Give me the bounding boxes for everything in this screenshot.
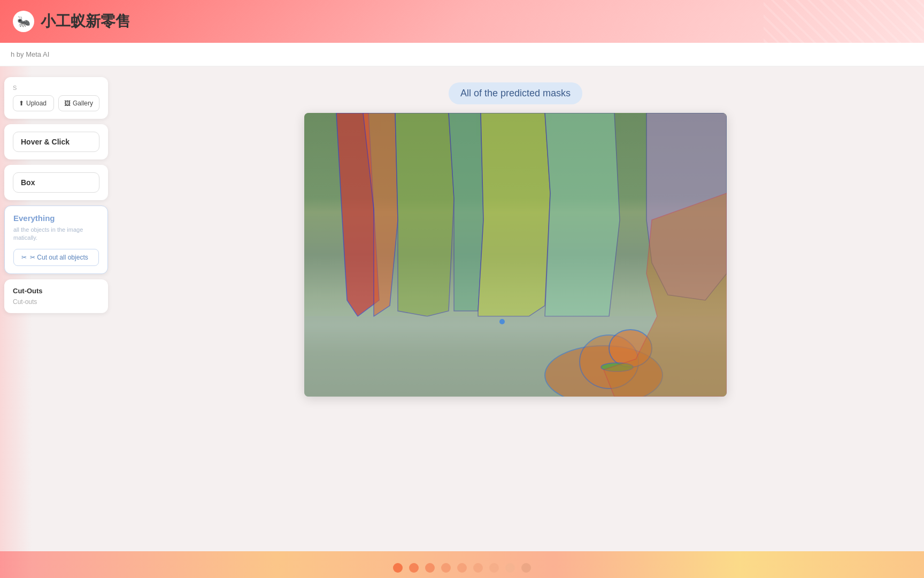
header: 🐜 小工蚁新零售 — [0, 0, 924, 43]
hover-click-button[interactable]: Hover & Click — [13, 132, 99, 152]
gallery-button[interactable]: 🖼 Gallery — [58, 95, 99, 111]
main-area: s ⬆ Upload 🖼 Gallery Hover & Click Box E… — [0, 66, 924, 578]
upload-label: Upload — [26, 100, 47, 107]
everything-card: Everything all the objects in the image … — [4, 206, 108, 274]
cutouts-card: Cut-Outs Cut-outs — [4, 279, 108, 313]
sidebar: s ⬆ Upload 🖼 Gallery Hover & Click Box E… — [0, 77, 112, 313]
logo-icon: 🐜 — [13, 11, 34, 32]
everything-desc: all the objects in the image matically. — [13, 226, 99, 242]
cutout-all-button[interactable]: ✂ ✂ Cut out all objects — [13, 249, 99, 266]
upload-row: ⬆ Upload 🖼 Gallery — [13, 95, 99, 111]
bottom-bar-decoration — [0, 551, 924, 578]
subnav-left-text: h by Meta AI — [11, 50, 49, 58]
logo-emoji: 🐜 — [17, 15, 30, 28]
images-label: s — [13, 85, 99, 91]
header-decoration — [764, 0, 924, 43]
segmentation-image — [304, 113, 727, 397]
box-button[interactable]: Box — [13, 172, 99, 193]
svg-point-6 — [499, 319, 505, 324]
image-background — [304, 113, 727, 397]
subnav: h by Meta AI — [0, 43, 924, 66]
hover-click-card[interactable]: Hover & Click — [4, 124, 108, 159]
images-card: s ⬆ Upload 🖼 Gallery — [4, 77, 108, 119]
cutout-label: ✂ Cut out all objects — [30, 254, 88, 261]
gallery-label: Gallery — [73, 100, 93, 107]
logo-area: 🐜 小工蚁新零售 — [13, 11, 130, 32]
upload-icon: ⬆ — [19, 100, 24, 107]
cutout-icon: ✂ — [21, 254, 27, 261]
cutouts-subtitle: Cut-outs — [13, 298, 99, 306]
upload-button[interactable]: ⬆ Upload — [13, 95, 54, 111]
box-card[interactable]: Box — [4, 165, 108, 200]
header-title: 小工蚁新零售 — [41, 11, 130, 32]
content-area: All of the predicted masks — [118, 72, 913, 535]
everything-title: Everything — [13, 214, 99, 223]
gallery-icon: 🖼 — [64, 100, 71, 107]
masks-svg — [304, 113, 727, 397]
mask-badge: All of the predicted masks — [449, 82, 582, 104]
cutouts-title: Cut-Outs — [13, 287, 99, 295]
